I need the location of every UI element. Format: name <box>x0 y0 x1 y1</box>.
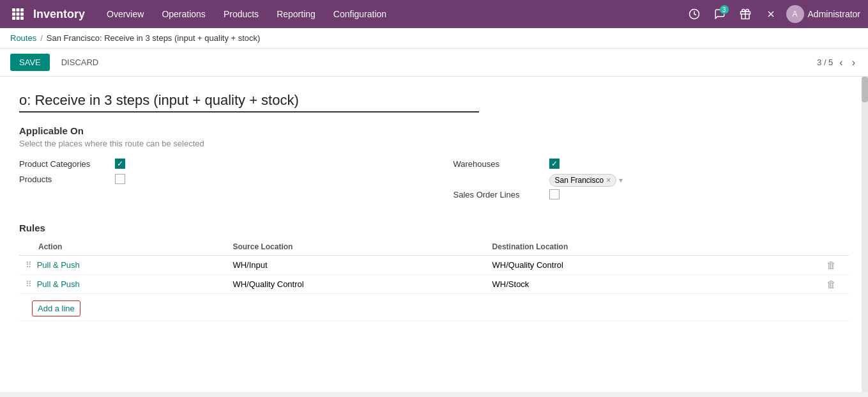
left-fields: Product Categories ✓ Products <box>19 159 415 205</box>
products-label: Products <box>19 175 109 184</box>
breadcrumb-current: San Francisco: Receive in 3 steps (input… <box>47 33 261 43</box>
row1-delete[interactable]: 🗑 <box>760 256 849 275</box>
svg-rect-7 <box>17 17 20 20</box>
scrollbar-thumb[interactable] <box>862 77 868 102</box>
svg-rect-6 <box>12 17 15 20</box>
action-bar: SAVE DISCARD 3 / 5 ‹ › <box>0 49 868 77</box>
sales-order-lines-checkbox[interactable] <box>549 189 560 199</box>
svg-rect-1 <box>17 8 20 12</box>
nav-overview[interactable]: Overview <box>98 0 153 28</box>
sales-order-lines-label: Sales Order Lines <box>453 190 543 199</box>
sales-order-lines-row: Sales Order Lines <box>453 189 849 199</box>
chat-icon[interactable]: 3 <box>710 4 730 24</box>
table-row: ⠿ Pull & Push WH/Input WH/Quality Contro… <box>19 256 849 275</box>
warehouse-tag: San Francisco × <box>549 174 617 187</box>
gift-icon[interactable] <box>735 4 756 24</box>
warehouse-dropdown[interactable]: ▾ <box>619 176 623 185</box>
pagination: 3 / 5 ‹ › <box>817 57 858 68</box>
rules-section: Rules Action Source Location Destination… <box>19 222 849 321</box>
scrollbar-track <box>862 77 868 392</box>
breadcrumb-parent[interactable]: Routes <box>10 33 36 43</box>
table-row: ⠿ Pull & Push WH/Quality Control WH/Stoc… <box>19 275 849 294</box>
svg-rect-5 <box>20 13 24 16</box>
breadcrumb-separator: / <box>40 33 43 43</box>
nav-operations[interactable]: Operations <box>153 0 214 28</box>
save-button[interactable]: SAVE <box>10 54 50 71</box>
user-name: Administrator <box>808 9 860 19</box>
warehouses-label: Warehouses <box>453 159 543 169</box>
product-categories-row: Product Categories ✓ <box>19 159 415 169</box>
discard-button[interactable]: DISCARD <box>55 54 105 71</box>
breadcrumb: Routes / San Francisco: Receive in 3 ste… <box>0 28 868 49</box>
nav-configuration[interactable]: Configuration <box>324 0 395 28</box>
right-fields: Warehouses ✓ San Francisco × ▾ Sales Ord… <box>453 159 849 205</box>
chat-badge: 3 <box>720 5 729 14</box>
nav-reporting[interactable]: Reporting <box>268 0 324 28</box>
clock-icon[interactable] <box>684 4 704 24</box>
pagination-text: 3 / 5 <box>817 58 833 67</box>
add-line-row: Add a line <box>19 294 849 321</box>
svg-rect-4 <box>17 13 20 16</box>
svg-rect-2 <box>20 8 24 12</box>
drag-handle-1[interactable]: ⠿ <box>26 260 32 270</box>
applicable-on-subtitle: Select the places where this route can b… <box>19 139 849 148</box>
warehouses-row: Warehouses ✓ <box>453 159 849 169</box>
products-checkbox[interactable] <box>115 174 125 184</box>
prev-page-button[interactable]: ‹ <box>837 57 845 68</box>
row1-action-link[interactable]: Pull & Push <box>37 260 80 270</box>
col-delete <box>760 238 849 256</box>
nav-products[interactable]: Products <box>215 0 268 28</box>
route-name-input[interactable] <box>19 90 479 113</box>
svg-rect-8 <box>20 17 24 20</box>
warehouse-tag-container: San Francisco × ▾ <box>549 174 623 187</box>
app-title: Inventory <box>33 8 85 21</box>
svg-rect-3 <box>12 13 15 16</box>
next-page-button[interactable]: › <box>849 57 858 68</box>
col-source: Source Location <box>226 238 485 256</box>
delete-icon-1[interactable]: 🗑 <box>826 260 836 270</box>
row2-delete[interactable]: 🗑 <box>760 275 849 294</box>
row1-action: ⠿ Pull & Push <box>19 256 226 275</box>
rules-header-row: Action Source Location Destination Locat… <box>19 238 849 256</box>
product-categories-checkbox[interactable]: ✓ <box>115 159 125 169</box>
row2-dest: WH/Stock <box>486 275 760 294</box>
apps-icon[interactable] <box>8 4 28 24</box>
warehouses-checkbox[interactable]: ✓ <box>549 159 560 169</box>
products-row: Products <box>19 174 415 184</box>
product-categories-label: Product Categories <box>19 159 109 169</box>
delete-icon-2[interactable]: 🗑 <box>826 279 836 290</box>
drag-handle-2[interactable]: ⠿ <box>26 279 32 289</box>
topbar-right: 3 A Administrator <box>684 4 860 24</box>
row1-source: WH/Input <box>226 256 485 275</box>
rules-table: Action Source Location Destination Locat… <box>19 238 849 321</box>
applicable-on-title: Applicable On <box>19 125 849 136</box>
topbar: Inventory Overview Operations Products R… <box>0 0 868 28</box>
col-action: Action <box>19 238 226 256</box>
main-content: Applicable On Select the places where th… <box>0 77 868 392</box>
user-menu[interactable]: A Administrator <box>786 5 860 23</box>
svg-rect-0 <box>12 8 15 12</box>
warehouse-tag-label: San Francisco <box>555 176 604 185</box>
main-nav: Overview Operations Products Reporting C… <box>98 0 684 28</box>
col-dest: Destination Location <box>486 238 760 256</box>
rules-title: Rules <box>19 222 849 233</box>
row1-dest: WH/Quality Control <box>486 256 760 275</box>
close-icon[interactable] <box>761 4 781 24</box>
row2-action: ⠿ Pull & Push <box>19 275 226 294</box>
warehouse-tag-remove[interactable]: × <box>606 176 611 185</box>
add-a-line-button[interactable]: Add a line <box>32 300 80 316</box>
avatar: A <box>786 5 804 23</box>
row2-action-link[interactable]: Pull & Push <box>37 279 80 289</box>
row2-source: WH/Quality Control <box>226 275 485 294</box>
add-line-cell: Add a line <box>19 294 849 321</box>
warehouse-tags-row: San Francisco × ▾ <box>453 174 849 187</box>
